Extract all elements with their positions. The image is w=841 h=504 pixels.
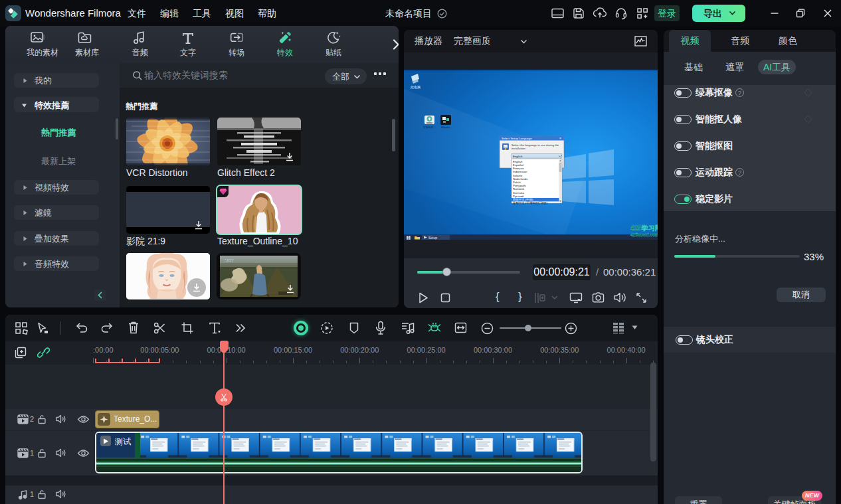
svg-text:425学习网: 425学习网 xyxy=(630,224,658,232)
svg-text:Filmora...: Filmora... xyxy=(441,126,452,129)
svg-text:Select the language to use dur: Select the language to use during the xyxy=(512,143,559,147)
svg-text:*JOY: *JOY xyxy=(225,258,234,262)
svg-text:Select Setup Language: Select Setup Language xyxy=(502,137,532,140)
svg-text:繁體中文 (臺灣地區行政區): 繁體中文 (臺灣地區行政區) xyxy=(513,201,548,205)
svg-text:425xuexi.com: 425xuexi.com xyxy=(630,232,658,237)
svg-text:×: × xyxy=(559,136,561,140)
svg-text:此电脑: 此电脑 xyxy=(411,85,420,89)
svg-text:安装包齐...: 安装包齐... xyxy=(423,126,435,129)
svg-text:installation:: installation: xyxy=(512,147,526,150)
svg-text:Setup: Setup xyxy=(428,236,437,240)
svg-text:Русский: Русский xyxy=(513,195,524,198)
svg-text:English: English xyxy=(513,155,523,158)
